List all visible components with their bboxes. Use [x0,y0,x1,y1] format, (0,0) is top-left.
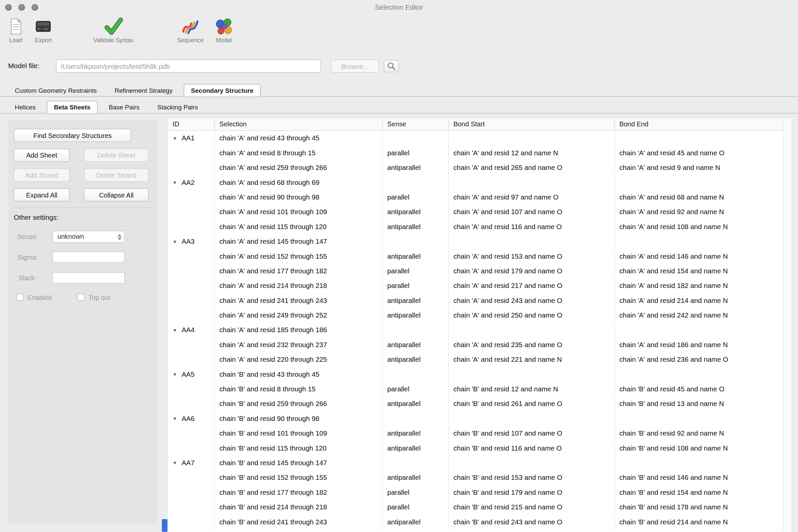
strand-row[interactable]: chain 'A' and resid 90 through 98paralle… [168,190,783,205]
strand-row[interactable]: chain 'A' and resid 115 through 120antip… [168,220,783,234]
bond-start-cell: chain 'A' and resid 217 and name O [449,278,615,293]
strand-row[interactable]: chain 'A' and resid 220 through 225antip… [168,352,783,367]
id-cell [168,382,215,396]
sense-cell: parallel [383,146,449,160]
strand-row[interactable]: chain 'A' and resid 232 through 237antip… [168,338,783,352]
drive-icon [28,17,58,36]
strand-row[interactable]: chain 'B' and resid 8 through 15parallel… [168,382,783,396]
selection-cell: chain 'A' and resid 241 through 243 [215,293,383,308]
strand-row[interactable]: chain 'A' and resid 259 through 266antip… [168,160,783,175]
column-header-sense[interactable]: Sense [383,119,449,130]
sub-tab-bar: Helices Beta Sheets Base Pairs Stacking … [0,100,798,113]
vertical-scrollbar[interactable] [783,119,791,532]
strand-row[interactable]: chain 'B' and resid 241 through 243antip… [168,514,783,529]
selection-cell: chain 'B' and resid 115 through 120 [215,441,383,456]
sheet-row[interactable]: ▼AA2chain 'A' and resid 68 through 69 [168,175,783,190]
bond-start-cell: chain 'A' and resid 243 and name O [449,293,615,308]
selection-cell: chain 'A' and resid 214 through 218 [215,278,383,293]
enabled-checkbox[interactable] [16,293,23,301]
top-out-checkbox[interactable] [77,293,84,301]
sense-label: Sense: [17,233,38,241]
disclosure-triangle-icon[interactable]: ▼ [173,460,177,466]
column-header-bond-end[interactable]: Bond End [615,119,783,130]
id-cell: ▼AA2 [168,175,215,190]
strand-row[interactable]: chain 'A' and resid 214 through 218paral… [168,278,783,293]
column-header-id[interactable]: ID [168,119,215,130]
add-sheet-button[interactable]: Add Sheet [14,149,70,162]
strand-row[interactable]: chain 'B' and resid 101 through 109antip… [168,426,783,440]
bond-end-cell [615,367,783,382]
disclosure-triangle-icon[interactable]: ▼ [173,136,177,141]
delete-strand-button[interactable]: Delete Strand [84,169,149,182]
sheet-row[interactable]: ▼AA5chain 'B' and resid 43 through 45 [168,367,783,382]
id-cell: ▼AA3 [168,234,215,249]
sheet-row[interactable]: ▼AA4chain 'A' and resid 185 through 186 [168,323,783,337]
bond-end-cell [615,411,783,426]
tab-beta-sheets[interactable]: Beta Sheets [47,101,97,114]
browse-button[interactable]: Browse... [331,59,379,73]
bond-start-cell [449,234,615,249]
strand-row[interactable]: chain 'B' and resid 259 through 266antip… [168,396,783,411]
export-toolbar-button[interactable]: Export [28,17,58,43]
table-body: ▼AA1chain 'A' and resid 43 through 45cha… [168,131,783,529]
sheet-row[interactable]: ▼AA3chain 'A' and resid 145 through 147 [168,234,783,249]
disclosure-triangle-icon[interactable]: ▼ [173,416,177,421]
disclosure-triangle-icon[interactable]: ▼ [173,328,177,333]
column-header-selection[interactable]: Selection [215,119,383,130]
tab-stacking-pairs[interactable]: Stacking Pairs [151,102,205,113]
strand-row[interactable]: chain 'B' and resid 152 through 155antip… [168,470,783,485]
strand-row[interactable]: chain 'A' and resid 8 through 15parallel… [168,146,783,160]
bond-start-cell: chain 'A' and resid 107 and name O [449,205,615,219]
strand-row[interactable]: chain 'B' and resid 115 through 120antip… [168,441,783,456]
selection-cell: chain 'A' and resid 68 through 69 [215,175,383,190]
tab-secondary-structure[interactable]: Secondary Structure [184,84,261,97]
strand-row[interactable]: chain 'A' and resid 241 through 243antip… [168,293,783,308]
model-file-input[interactable] [56,59,321,73]
sense-cell: parallel [383,190,449,205]
selection-cell: chain 'A' and resid 249 through 252 [215,308,383,323]
strand-row[interactable]: chain 'B' and resid 214 through 218paral… [168,500,783,514]
sheet-id: AA5 [182,370,194,378]
strand-row[interactable]: chain 'A' and resid 177 through 182paral… [168,264,783,278]
delete-sheet-button[interactable]: Delete Sheet [84,149,149,162]
sense-cell: antiparallel [383,470,449,485]
strand-row[interactable]: chain 'A' and resid 249 through 252antip… [168,308,783,323]
sheet-id: AA7 [182,459,194,467]
find-secondary-structures-button[interactable]: Find Secondary Structures [14,129,131,142]
search-icon [387,61,396,71]
disclosure-triangle-icon[interactable]: ▼ [173,180,177,185]
collapse-all-button[interactable]: Collapse All [84,188,149,202]
validate-syntax-toolbar-button[interactable]: Validate Syntax [78,17,149,43]
id-cell: ▼AA4 [168,323,215,337]
tab-refinement-strategy[interactable]: Refinement Strategy [108,85,179,96]
selection-cell: chain 'A' and resid 8 through 15 [215,146,383,160]
search-button[interactable] [384,60,399,73]
sense-dropdown[interactable]: unknown [53,230,125,243]
sense-cell [383,411,449,426]
sheet-row[interactable]: ▼AA1chain 'A' and resid 43 through 45 [168,131,783,145]
expand-all-button[interactable]: Expand All [14,188,70,202]
disclosure-triangle-icon[interactable]: ▼ [173,239,177,244]
sheet-row[interactable]: ▼AA6chain 'B' and resid 90 through 98 [168,411,783,426]
load-toolbar-button[interactable]: Load [1,17,31,43]
strand-row[interactable]: chain 'A' and resid 152 through 155antip… [168,249,783,263]
add-strand-button[interactable]: Add Strand [14,169,70,182]
tab-custom-geometry-restraints[interactable]: Custom Geometry Restraints [8,85,103,96]
selection-cell: chain 'A' and resid 115 through 120 [215,220,383,234]
disclosure-triangle-icon[interactable]: ▼ [173,372,177,377]
toolbar-label: Load [1,37,31,43]
column-header-bond-start[interactable]: Bond Start [449,119,615,130]
tab-helices[interactable]: Helices [8,102,42,113]
model-toolbar-button[interactable]: Model [206,17,242,43]
strand-row[interactable]: chain 'A' and resid 101 through 109antip… [168,205,783,219]
tab-base-pairs[interactable]: Base Pairs [102,102,146,113]
sense-cell [383,131,449,145]
slack-input[interactable] [53,272,125,284]
strand-row[interactable]: chain 'B' and resid 177 through 182paral… [168,485,783,500]
divider [14,208,152,208]
sheet-row[interactable]: ▼AA7chain 'B' and resid 145 through 147 [168,456,783,470]
bond-end-cell [615,456,783,470]
sigma-input[interactable] [53,251,125,263]
bond-end-cell: chain 'A' and resid 214 and name N [615,293,783,308]
sense-cell: antiparallel [383,205,449,219]
